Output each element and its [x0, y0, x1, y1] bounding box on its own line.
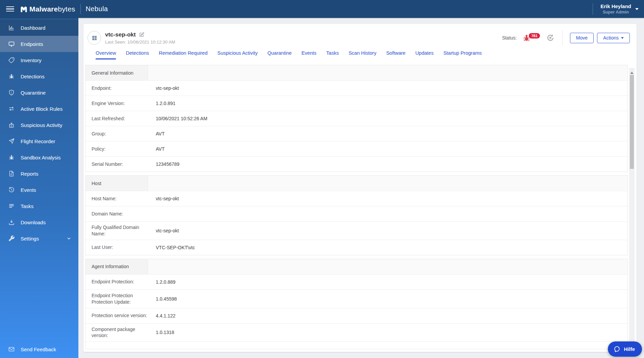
tab-quarantine[interactable]: Quarantine — [268, 50, 292, 59]
paper-plane-icon — [8, 138, 15, 145]
info-row: Last Refreshed:10/06/2021 10:52:26 AM — [85, 111, 627, 126]
sidebar-item-label: Flight Recorder — [21, 138, 55, 144]
row-label: Engine Version: — [85, 98, 152, 109]
row-label: Last User: — [85, 241, 152, 253]
table-scrollbar[interactable] — [629, 68, 635, 349]
last-seen-text: Last Seen: 10/06/2021 10:12:30 AM — [105, 40, 175, 45]
tab-updates[interactable]: Updates — [415, 50, 434, 59]
row-label: Fully Qualified Domain Name: — [85, 222, 152, 240]
scrollbar-up-arrow-icon[interactable] — [630, 70, 634, 74]
sidebar-item-inventory[interactable]: Inventory — [0, 52, 78, 68]
row-value: AVT — [152, 131, 627, 136]
header-separator — [562, 30, 563, 46]
sidebar-item-reports[interactable]: Reports — [0, 165, 78, 182]
info-row: Last User:VTC-SEP-OKT\vtc — [85, 240, 627, 255]
sidebar-item-active-block-rules[interactable]: Active Block Rules — [0, 101, 78, 117]
sidebar-item-sandbox-analysis[interactable]: Sandbox Analysis — [0, 149, 78, 165]
sync-gear-icon[interactable] — [546, 33, 555, 42]
row-value: 123456789 — [152, 161, 627, 167]
sidebar-item-settings[interactable]: Settings — [0, 230, 78, 247]
monitor-icon — [8, 41, 15, 47]
sidebar-item-downloads[interactable]: Downloads — [0, 214, 78, 230]
sidebar-item-endpoints[interactable]: Endpoints — [0, 36, 78, 52]
sidebar-item-label: Dashboard — [21, 25, 45, 31]
main-content: vtc-sep-okt Last Seen: 10/06/2021 10:12:… — [78, 18, 644, 358]
tab-remediation-required[interactable]: Remediation Required — [159, 50, 207, 59]
tab-software[interactable]: Software — [386, 50, 405, 59]
section-agent-information: Agent Information Endpoint Protection:1.… — [85, 259, 628, 350]
sidebar-item-label: Quarantine — [21, 90, 46, 96]
bar-chart-icon — [8, 24, 15, 31]
user-role: Super Admin — [600, 10, 631, 15]
sidebar-item-suspicious-activity[interactable]: Suspicious Activity — [0, 117, 78, 133]
sidebar-item-label: Detections — [21, 74, 45, 79]
send-feedback-button[interactable]: Send Feedback — [0, 340, 78, 358]
user-caret-down-icon[interactable] — [635, 8, 639, 12]
actions-button[interactable]: Actions — [597, 33, 630, 43]
windows-icon — [91, 35, 98, 41]
os-badge — [88, 31, 101, 45]
scrollbar-thumb[interactable] — [630, 75, 634, 169]
sidebar-item-quarantine[interactable]: Quarantine — [0, 84, 78, 101]
sidebar-item-tasks[interactable]: Tasks — [0, 198, 78, 214]
history-icon — [8, 186, 15, 193]
tab-events[interactable]: Events — [301, 50, 316, 59]
brand-text: Malwarebytes — [29, 5, 75, 13]
row-label: Host Name: — [85, 193, 152, 205]
tab-overview[interactable]: Overview — [96, 50, 116, 59]
sidebar-item-detections[interactable]: Detections — [0, 68, 78, 84]
section-title: General Information — [85, 65, 148, 80]
sidebar-item-dashboard[interactable]: Dashboard — [0, 20, 78, 36]
sidebar-item-label: Suspicious Activity — [21, 122, 62, 128]
sidebar-item-label: Settings — [21, 236, 39, 241]
sidebar-item-label: Endpoints — [21, 41, 43, 47]
sidebar-item-events[interactable]: Events — [0, 182, 78, 198]
detections-status[interactable]: 781 — [522, 33, 540, 43]
move-button[interactable]: Move — [570, 33, 594, 43]
tab-suspicious-activity[interactable]: Suspicious Activity — [217, 50, 257, 59]
list-icon — [8, 203, 15, 209]
row-value: 1.2.0.891 — [152, 101, 627, 106]
sidebar: Dashboard Endpoints Inventory Detections… — [0, 18, 78, 358]
row-label: Serial Number: — [85, 158, 152, 170]
arrows-swap-icon — [8, 105, 15, 112]
row-value: 4.4.1.122 — [152, 313, 627, 318]
tab-startup-programs[interactable]: Startup Programs — [443, 50, 482, 59]
row-value: vtc-sep-okt — [152, 228, 627, 233]
row-label: Component package version: — [85, 324, 152, 342]
download-icon — [8, 219, 15, 226]
info-row: Endpoint Protection Protection Update:1.… — [85, 289, 627, 308]
edit-icon[interactable] — [139, 32, 145, 37]
send-feedback-label: Send Feedback — [21, 347, 56, 352]
sidebar-item-label: Tasks — [21, 203, 33, 209]
info-row: Group:AVT — [85, 126, 627, 141]
detail-tabs: Overview Detections Remediation Required… — [96, 50, 637, 59]
sidebar-item-label: Active Block Rules — [21, 106, 63, 112]
tab-tasks[interactable]: Tasks — [326, 50, 339, 59]
info-row: Protection service version:4.4.1.122 — [85, 308, 627, 323]
help-button-label: Hilfe — [624, 346, 635, 352]
product-name: Nebula — [85, 5, 108, 13]
sidebar-item-flight-recorder[interactable]: Flight Recorder — [0, 133, 78, 149]
section-general-information: General Information Endpoint:vtc-sep-okt… — [85, 65, 628, 172]
tag-icon — [8, 57, 15, 63]
actions-caret-icon — [621, 37, 624, 40]
malwarebytes-logo: Malwarebytes — [20, 5, 75, 13]
row-label: Endpoint: — [85, 82, 152, 94]
hamburger-menu-icon[interactable] — [6, 5, 14, 13]
info-row-partial — [85, 341, 627, 349]
sidebar-item-label: Sandbox Analysis — [21, 155, 60, 160]
sidebar-item-label: Inventory — [21, 57, 42, 63]
chevron-down-icon[interactable] — [66, 236, 72, 241]
section-title: Host — [85, 176, 148, 191]
info-row: Domain Name: — [85, 206, 627, 221]
tab-scan-history[interactable]: Scan History — [349, 50, 376, 59]
info-row: Policy:AVT — [85, 141, 627, 156]
info-row: Component package version:1.0.1318 — [85, 323, 627, 342]
tab-detections[interactable]: Detections — [126, 50, 149, 59]
user-menu[interactable]: Erik Heyland Super Admin — [600, 3, 631, 15]
help-button[interactable]: Hilfe — [608, 341, 642, 357]
malwarebytes-m-icon — [20, 5, 28, 13]
brand-divider — [80, 4, 81, 14]
row-label: Domain Name: — [85, 208, 152, 220]
